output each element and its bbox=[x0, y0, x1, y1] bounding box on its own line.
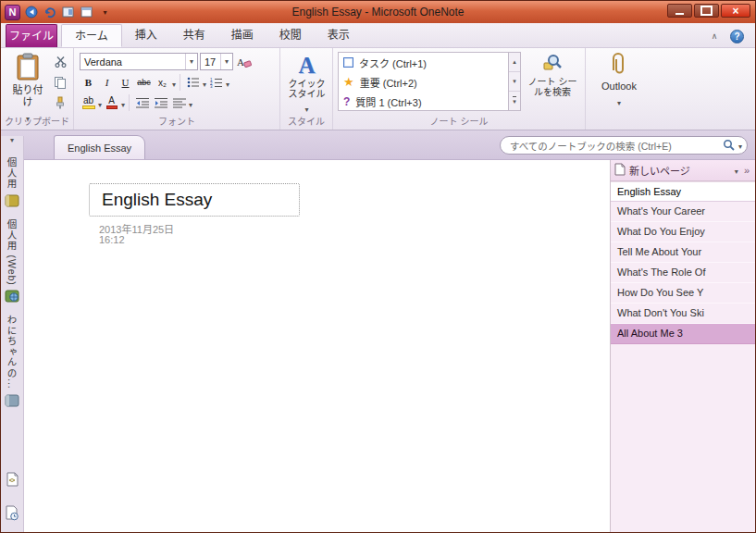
maximize-button[interactable] bbox=[694, 4, 719, 18]
font-name-combobox[interactable]: Verdana bbox=[80, 53, 198, 70]
important-star-icon bbox=[343, 75, 354, 89]
new-page-dropdown-icon[interactable] bbox=[735, 165, 738, 176]
paragraph-align-dropdown-icon[interactable] bbox=[189, 94, 192, 111]
tag-item-label: 質問 1 (Ctrl+3) bbox=[355, 94, 421, 109]
font-color-dropdown-icon[interactable] bbox=[121, 94, 125, 111]
section-tab-bar: English Essay すべてのノートブックの検索 (Ctrl+E) bbox=[1, 130, 755, 160]
tab-insert[interactable]: 挿入 bbox=[122, 24, 170, 47]
quick-styles-icon: A bbox=[298, 53, 315, 79]
paragraph-align-icon[interactable] bbox=[170, 94, 188, 111]
tag-list-scroll bbox=[509, 52, 521, 111]
tag-more-icon[interactable] bbox=[509, 92, 520, 110]
italic-button[interactable]: I bbox=[98, 74, 116, 91]
highlight-dropdown-icon[interactable] bbox=[98, 94, 102, 111]
collapse-pages-panel-icon[interactable] bbox=[742, 165, 751, 176]
customize-qat-dropdown-icon[interactable] bbox=[97, 5, 113, 20]
font-size-value: 17 bbox=[204, 56, 216, 68]
bullets-dropdown-icon[interactable] bbox=[203, 74, 206, 91]
copy-icon[interactable] bbox=[51, 73, 69, 91]
close-button[interactable] bbox=[721, 4, 750, 18]
font-color-button[interactable]: A bbox=[103, 94, 120, 111]
minimize-ribbon-icon[interactable] bbox=[707, 31, 722, 41]
search-icon[interactable] bbox=[723, 139, 735, 153]
page-tab-item[interactable]: What Do You Enjoy bbox=[611, 222, 755, 242]
quick-styles-button[interactable]: A クイックスタイル bbox=[285, 52, 328, 115]
window-controls bbox=[667, 4, 750, 18]
tag-item-important[interactable]: 重要 (Ctrl+2) bbox=[339, 72, 508, 92]
quick-styles-label: クイックスタイル bbox=[286, 79, 328, 99]
outlook-label: Outlook bbox=[601, 81, 637, 93]
tab-draw[interactable]: 描画 bbox=[218, 24, 266, 47]
strikethrough-button[interactable]: abc bbox=[135, 74, 153, 91]
paste-button[interactable]: 貼り付け bbox=[7, 52, 48, 113]
font-color-label: A bbox=[108, 96, 115, 105]
notebook-label: わにちゃんの... bbox=[6, 315, 19, 390]
undo-icon[interactable] bbox=[42, 5, 57, 20]
tag-scroll-up-icon[interactable] bbox=[509, 53, 520, 72]
page-canvas[interactable]: English Essay 2013年11月25日 16:12 bbox=[24, 160, 610, 532]
underline-button[interactable]: U bbox=[117, 74, 134, 91]
unfiled-notes-icon[interactable] bbox=[6, 472, 19, 490]
outlook-dropdown-icon bbox=[617, 93, 621, 109]
svg-text:3: 3 bbox=[210, 84, 213, 88]
tab-home[interactable]: ホーム bbox=[61, 24, 122, 47]
back-icon[interactable] bbox=[23, 5, 39, 20]
new-page-label: 新しいページ bbox=[629, 163, 731, 178]
bold-button[interactable]: B bbox=[80, 74, 97, 91]
highlight-label: ab bbox=[83, 96, 93, 105]
page-tab-item[interactable]: How Do You See Y bbox=[611, 283, 755, 304]
quick-access-toolbar: N bbox=[1, 5, 113, 20]
tag-item-todo[interactable]: タスク (Ctrl+1) bbox=[339, 53, 508, 72]
notebook-item-personal[interactable]: 個人用 bbox=[1, 157, 23, 211]
format-painter-icon[interactable] bbox=[51, 93, 69, 111]
decrease-indent-icon[interactable] bbox=[133, 94, 151, 111]
outlook-button[interactable]: Outlook bbox=[594, 52, 644, 115]
tab-review[interactable]: 校閲 bbox=[266, 24, 315, 47]
tag-item-label: 重要 (Ctrl+2) bbox=[360, 75, 417, 90]
font-color-bar bbox=[106, 105, 118, 109]
outlook-group: Outlook bbox=[586, 48, 652, 130]
increase-indent-icon[interactable] bbox=[152, 94, 169, 111]
page-title: English Essay bbox=[102, 190, 212, 210]
clear-formatting-icon[interactable]: A bbox=[235, 53, 254, 70]
tab-view[interactable]: 表示 bbox=[315, 24, 363, 47]
find-tags-label: ノート シールを検索 bbox=[525, 77, 580, 97]
minimize-button[interactable] bbox=[667, 4, 692, 18]
notebook-item-personal-web[interactable]: 個人用 (Web) bbox=[1, 219, 23, 307]
section-tab-english-essay[interactable]: English Essay bbox=[54, 135, 145, 159]
page-tab-item[interactable]: Tell Me About Your bbox=[611, 242, 755, 263]
dock-to-desktop-icon[interactable] bbox=[60, 5, 76, 20]
font-size-combobox[interactable]: 17 bbox=[200, 53, 233, 70]
fullpage-view-icon[interactable] bbox=[79, 5, 94, 20]
tab-share[interactable]: 共有 bbox=[170, 24, 218, 47]
help-icon[interactable] bbox=[730, 30, 744, 43]
cut-icon[interactable] bbox=[51, 53, 69, 70]
expand-nav-bar-icon[interactable] bbox=[1, 136, 23, 149]
page-tab-item[interactable]: What Don't You Ski bbox=[611, 304, 755, 324]
subscript-dropdown-icon[interactable] bbox=[172, 74, 176, 91]
onenote-app-icon[interactable]: N bbox=[5, 5, 20, 20]
numbering-icon[interactable]: 123 bbox=[207, 74, 225, 91]
page-tab-item[interactable]: English Essay bbox=[611, 181, 755, 202]
notebook-item-wani[interactable]: わにちゃんの... bbox=[1, 315, 23, 411]
recent-page-icon[interactable] bbox=[5, 505, 19, 525]
page-title-box[interactable]: English Essay bbox=[89, 183, 300, 217]
bullets-icon[interactable] bbox=[184, 74, 202, 91]
page-tab-item[interactable]: All About Me 3 bbox=[611, 324, 755, 344]
tab-file[interactable]: ファイル bbox=[6, 24, 57, 47]
numbering-dropdown-icon[interactable] bbox=[226, 74, 229, 91]
font-name-value: Verdana bbox=[84, 56, 122, 68]
search-scope-dropdown-icon[interactable] bbox=[738, 140, 742, 151]
tag-scroll-down-icon[interactable] bbox=[509, 72, 520, 92]
paste-label: 貼り付け bbox=[8, 84, 47, 108]
page-tab-item[interactable]: What's The Role Of bbox=[611, 263, 755, 283]
search-box[interactable]: すべてのノートブックの検索 (Ctrl+E) bbox=[500, 136, 748, 155]
font-name-dropdown-icon bbox=[185, 54, 197, 69]
tag-item-question[interactable]: 質問 1 (Ctrl+3) bbox=[339, 92, 508, 111]
find-tags-button[interactable]: ノート シールを検索 bbox=[524, 52, 581, 115]
new-page-header[interactable]: 新しいページ bbox=[611, 160, 755, 181]
subscript-button[interactable]: x₂ bbox=[154, 74, 171, 91]
highlight-button[interactable]: ab bbox=[80, 94, 97, 111]
paste-clipboard-icon bbox=[16, 53, 40, 84]
page-tab-item[interactable]: What's Your Career bbox=[611, 202, 755, 222]
